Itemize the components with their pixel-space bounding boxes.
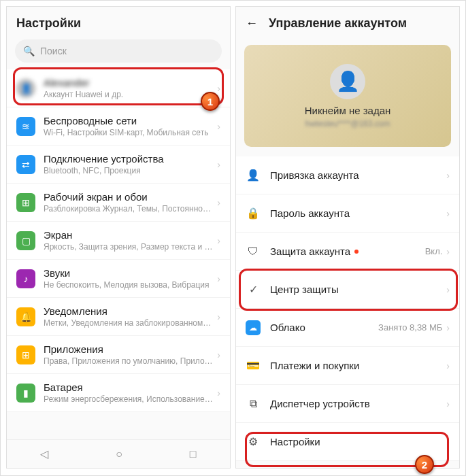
chevron-right-icon: ›: [217, 350, 220, 360]
item-sub: Bluetooth, NFC, Проекция: [44, 166, 213, 175]
account-row[interactable]: 👤 Alexander Аккаунт Huawei и др. ›: [7, 69, 230, 107]
chevron-right-icon: ›: [446, 208, 450, 219]
settings-item[interactable]: 🔔УведомленияМетки, Уведомления на заблок…: [7, 298, 230, 336]
settings-item[interactable]: ⊞Рабочий экран и обоиРазблокировка Журна…: [7, 184, 230, 222]
row-icon: 👤: [246, 168, 261, 183]
menu-item[interactable]: 💳Платежи и покупки›: [236, 347, 459, 385]
item-icon: 🔔: [16, 307, 35, 326]
nav-recent-icon[interactable]: □: [190, 448, 197, 460]
row-icon: ✓: [246, 282, 261, 297]
email-label: hwtesteu****@163.com: [305, 119, 390, 129]
item-icon: ⊞: [16, 345, 35, 364]
item-title: Привязка аккаунта: [270, 169, 359, 181]
page-title: Управление аккаунтом: [269, 16, 407, 31]
android-navbar: ◁ ○ □: [7, 439, 230, 468]
menu-item[interactable]: 🔒Пароль аккаунта›: [236, 194, 459, 233]
menu-item[interactable]: ☁ОблакоЗанято 8,38 МБ›: [236, 309, 459, 347]
row-icon: 🔒: [246, 206, 261, 221]
settings-item[interactable]: ⊞ПриложенияПрава, Приложения по умолчани…: [7, 336, 230, 374]
account-screen: ← Управление аккаунтом 👤 Никнейм не зада…: [235, 6, 460, 469]
menu-item[interactable]: 👤Привязка аккаунта›: [236, 156, 459, 194]
menu-item[interactable]: 🛡Защита аккаунтаВкл.›: [236, 233, 459, 271]
chevron-right-icon: ›: [446, 284, 450, 295]
item-title: Диспетчер устройств: [270, 398, 370, 409]
chevron-right-icon: ›: [446, 398, 450, 409]
item-title: Настройки: [270, 436, 320, 447]
alert-dot-icon: [354, 250, 359, 254]
back-icon[interactable]: ←: [246, 16, 261, 31]
chevron-right-icon: ›: [217, 311, 220, 322]
chevron-right-icon: ›: [446, 246, 450, 257]
menu-item[interactable]: ⧉Диспетчер устройств›: [236, 385, 459, 423]
item-title: Батарея: [44, 381, 213, 393]
item-value: Вкл.: [425, 246, 443, 256]
chevron-right-icon: ›: [217, 83, 220, 94]
nav-back-icon[interactable]: ◁: [40, 447, 48, 460]
avatar-icon: 👤: [16, 79, 35, 98]
account-name: Alexander: [44, 77, 213, 88]
search-input[interactable]: 🔍 Поиск: [15, 39, 222, 63]
item-value: Занято 8,38 МБ: [378, 322, 442, 333]
item-sub: Яркость, Защита зрения, Размер текста и …: [44, 242, 213, 252]
search-icon: 🔍: [23, 46, 35, 56]
page-title: Настройки: [16, 16, 81, 31]
item-title: Беспроводные сети: [44, 115, 213, 126]
item-icon: ▢: [16, 231, 35, 250]
item-title: Звуки: [44, 267, 213, 279]
search-placeholder: Поиск: [40, 46, 67, 56]
cloud-icon: ☁: [246, 320, 261, 335]
titlebar: ← Управление аккаунтом: [236, 7, 459, 39]
settings-list: 👤 Alexander Аккаунт Huawei и др. › ≋Бесп…: [7, 69, 230, 412]
item-sub: Метки, Уведомления на заблокированном эк…: [44, 318, 213, 328]
item-title: Рабочий экран и обои: [44, 191, 213, 203]
nav-home-icon[interactable]: ○: [116, 448, 122, 460]
item-icon: ♪: [16, 269, 35, 288]
row-icon: 💳: [246, 358, 261, 373]
chevron-right-icon: ›: [217, 273, 220, 284]
item-title: Приложения: [44, 343, 213, 355]
item-sub: Режим энергосбережения, Использование ба…: [44, 394, 213, 404]
item-title: Платежи и покупки: [270, 360, 359, 371]
chevron-right-icon: ›: [217, 388, 220, 398]
item-icon: ⊞: [16, 193, 35, 212]
row-icon: ⚙: [246, 435, 261, 449]
account-menu: 👤Привязка аккаунта›🔒Пароль аккаунта›🛡Защ…: [236, 156, 459, 461]
chevron-right-icon: ›: [217, 197, 220, 208]
item-sub: Права, Приложения по умолчанию, Приложен…: [44, 356, 213, 366]
item-sub: Не беспокоить, Мелодия вызова, Вибрация: [44, 280, 213, 290]
item-title: Защита аккаунта: [270, 245, 350, 257]
chevron-right-icon: ›: [446, 437, 450, 447]
item-title: Экран: [44, 229, 213, 241]
settings-item[interactable]: ≋Беспроводные сетиWi-Fi, Настройки SIM-к…: [7, 107, 230, 146]
settings-item[interactable]: ▢ЭкранЯркость, Защита зрения, Размер тек…: [7, 222, 230, 260]
row-icon: 🛡: [246, 244, 261, 259]
item-title: Подключение устройства: [44, 153, 213, 165]
account-text: Alexander Аккаунт Huawei и др.: [44, 77, 213, 99]
callout-badge-2: 2: [415, 455, 434, 474]
item-title: Центр защиты: [270, 284, 339, 295]
account-sub: Аккаунт Huawei и др.: [44, 90, 213, 99]
settings-item[interactable]: ⇄Подключение устройстваBluetooth, NFC, П…: [7, 146, 230, 184]
item-icon: ▮: [16, 384, 35, 403]
row-icon: ⧉: [246, 396, 261, 411]
chevron-right-icon: ›: [217, 159, 220, 170]
item-title: Уведомления: [44, 305, 213, 317]
item-sub: Wi-Fi, Настройки SIM-карт, Мобильная сет…: [44, 128, 213, 137]
chevron-right-icon: ›: [217, 121, 220, 132]
item-icon: ≋: [16, 117, 35, 136]
profile-card: 👤 Никнейм не задан hwtesteu****@163.com: [244, 45, 451, 147]
avatar-icon: 👤: [330, 64, 365, 99]
item-sub: Разблокировка Журнал, Темы, Постоянное о…: [44, 204, 213, 214]
menu-item[interactable]: ✓Центр защиты›: [236, 271, 459, 309]
chevron-right-icon: ›: [446, 170, 450, 181]
item-title: Облако: [270, 322, 305, 333]
settings-screen: Настройки 🔍 Поиск 👤 Alexander Аккаунт Hu…: [6, 6, 231, 469]
titlebar: Настройки: [7, 7, 230, 39]
callout-badge-1: 1: [201, 92, 220, 111]
settings-item[interactable]: ▮БатареяРежим энергосбережения, Использо…: [7, 374, 230, 412]
chevron-right-icon: ›: [446, 322, 450, 333]
item-icon: ⇄: [16, 155, 35, 174]
chevron-right-icon: ›: [217, 235, 220, 246]
settings-item[interactable]: ♪ЗвукиНе беспокоить, Мелодия вызова, Виб…: [7, 260, 230, 298]
chevron-right-icon: ›: [446, 360, 450, 371]
